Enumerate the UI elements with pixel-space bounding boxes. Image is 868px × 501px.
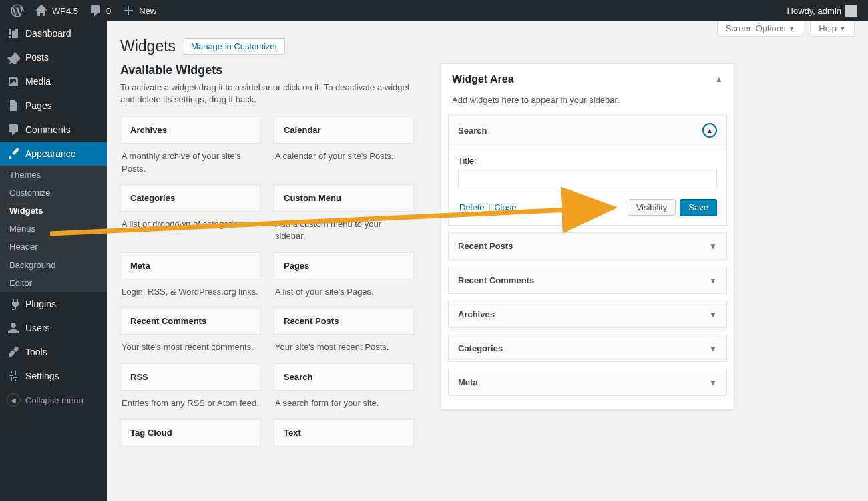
sidebar-item-pages[interactable]: Pages [0,94,107,118]
chevron-up-icon: ▲ [715,75,723,84]
widget-name: Meta [458,377,478,387]
close-link[interactable]: Close [494,202,516,212]
widget-desc: A list or dropdown of categories. [120,212,260,230]
chevron-down-icon: ▼ [839,25,846,32]
available-widget[interactable]: CategoriesA list or dropdown of categori… [120,184,260,242]
available-widget[interactable]: Recent PostsYour site's most recent Post… [274,307,414,353]
collapse-toggle-icon[interactable]: ▲ [702,123,717,138]
screen-options-tab[interactable]: Screen Options▼ [717,21,804,37]
help-tab[interactable]: Help▼ [810,21,855,37]
title-input[interactable] [458,170,717,188]
visibility-button[interactable]: Visibility [628,199,676,216]
pages-icon [7,99,20,112]
widget-name: Custom Menu [274,184,414,212]
chevron-down-icon: ▼ [709,378,717,387]
sidebar-item-users[interactable]: Users [0,316,107,340]
wp-logo[interactable] [5,0,29,21]
sidebar-widget-search: Search ▲ Title: Delete | Close [448,114,727,226]
sub-item-menus[interactable]: Menus [0,220,107,238]
widget-name: RSS [120,363,260,391]
available-widget[interactable]: RSSEntries from any RSS or Atom feed. [120,363,260,409]
sub-item-customize[interactable]: Customize [0,184,107,202]
sidebar-item-tools[interactable]: Tools [0,340,107,364]
widget-desc: A calendar of your site's Posts. [274,144,414,162]
widget-header[interactable]: Recent Comments▼ [449,267,726,293]
sidebar-widget: Categories▼ [448,335,727,362]
save-button[interactable]: Save [680,199,717,216]
available-widget[interactable]: SearchA search form for your site. [274,363,414,409]
screen-meta: Screen Options▼ Help▼ [717,21,855,37]
page-title-text: Widgets [120,37,176,55]
sidebar-item-label: Settings [25,371,59,381]
sub-item-header[interactable]: Header [0,238,107,256]
available-widgets-heading: Available Widgets [120,63,414,77]
user-icon [7,321,20,335]
widget-name: Calendar [274,116,414,144]
site-menu[interactable]: WP4.5 [29,0,83,21]
widget-header[interactable]: Meta▼ [449,369,726,395]
sub-item-editor[interactable]: Editor [0,274,107,292]
settings-icon [7,369,20,383]
widget-area-header[interactable]: Widget Area ▲ [441,64,734,95]
widget-area-panel: Widget Area ▲ Add widgets here to appear… [441,63,734,410]
home-icon [35,4,48,17]
wrench-icon [7,345,20,359]
collapse-menu[interactable]: ◀Collapse menu [0,388,107,412]
account-menu[interactable]: Howdy, admin [782,0,863,21]
site-name: WP4.5 [52,6,78,16]
available-widget[interactable]: Recent CommentsYour site's most recent c… [120,307,260,353]
sub-item-themes[interactable]: Themes [0,166,107,184]
widget-name: Text [274,419,414,446]
available-widgets-desc: To activate a widget drag it to a sideba… [120,81,414,106]
widget-header[interactable]: Categories▼ [449,335,726,361]
sub-item-background[interactable]: Background [0,256,107,274]
available-widget[interactable]: PagesA list of your site's Pages. [274,252,414,298]
widget-name: Search [274,363,414,391]
available-widget[interactable]: Custom MenuAdd a custom menu to your sid… [274,184,414,242]
available-widget[interactable]: Text [274,419,414,446]
manage-in-customizer-link[interactable]: Manage in Customizer [184,38,285,55]
sidebar-item-appearance[interactable]: Appearance [0,142,107,166]
new-content-menu[interactable]: New [116,0,162,21]
widget-desc: Entries from any RSS or Atom feed. [120,391,260,409]
available-widget[interactable]: MetaLogin, RSS, & WordPress.org links. [120,252,260,298]
chevron-down-icon: ▼ [709,310,717,319]
widget-name: Categories [458,343,503,353]
collapse-label: Collapse menu [25,395,83,405]
widget-name: Pages [274,252,414,279]
widget-desc: Your site's most recent comments. [120,335,260,353]
admin-toolbar: WP4.5 0 New Howdy, admin [0,0,868,21]
delete-link[interactable]: Delete [459,202,485,212]
widget-header[interactable]: Archives▼ [449,301,726,327]
widget-desc: A list of your site's Pages. [274,279,414,298]
sidebar-widget: Recent Comments▼ [448,267,727,294]
comment-icon [89,4,102,17]
widget-desc: A search form for your site. [274,391,414,409]
available-widget[interactable]: CalendarA calendar of your site's Posts. [274,116,414,174]
chevron-down-icon: ▼ [788,25,795,32]
widget-name: Meta [120,252,260,279]
widget-header[interactable]: Recent Posts▼ [449,233,726,259]
widget-area-title: Widget Area [452,73,514,86]
media-icon [7,75,20,88]
comments-menu[interactable]: 0 [83,0,116,21]
widget-header[interactable]: Search ▲ [449,115,726,146]
content-area: Screen Options▼ Help▼ Widgets Manage in … [107,21,868,501]
sidebar-item-media[interactable]: Media [0,69,107,94]
sidebar-item-label: Dashboard [25,28,71,39]
help-label: Help [819,23,837,33]
sidebar-item-comments[interactable]: Comments [0,118,107,142]
collapse-icon: ◀ [7,393,20,407]
available-widgets-column: Available Widgets To activate a widget d… [120,63,414,456]
available-widget[interactable]: Tag Cloud [120,419,260,446]
widget-desc: Login, RSS, & WordPress.org links. [120,279,260,298]
sidebar-item-label: Appearance [25,148,76,159]
sidebar-item-posts[interactable]: Posts [0,45,107,69]
sidebar-item-plugins[interactable]: Plugins [0,292,107,316]
sidebar-item-dashboard[interactable]: Dashboard [0,21,107,45]
widget-area-column: Widget Area ▲ Add widgets here to appear… [441,63,734,410]
available-widget[interactable]: ArchivesA monthly archive of your site's… [120,116,260,174]
sidebar-item-settings[interactable]: Settings [0,364,107,388]
widget-name: Search [458,126,487,136]
sub-item-widgets[interactable]: Widgets [0,202,107,220]
